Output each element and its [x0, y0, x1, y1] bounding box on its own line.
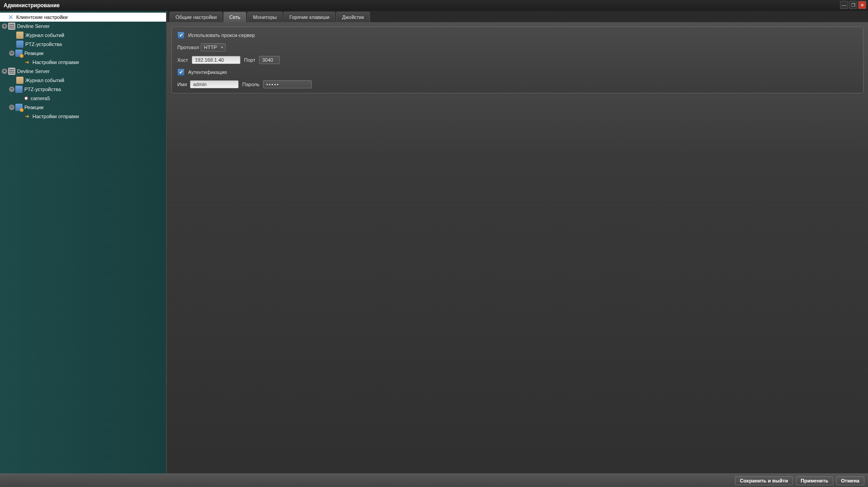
content-area: Общие настройки Сеть Мониторы Горячие кл… — [167, 11, 868, 473]
host-label: Хост — [177, 57, 188, 63]
tree-reactions-2[interactable]: − Реакции — [0, 103, 166, 112]
use-proxy-checkbox[interactable] — [177, 32, 185, 39]
tree-label: Клиентские настройки — [16, 14, 68, 20]
ptz-icon — [16, 41, 23, 48]
use-proxy-row: Использовать прокси-сервер — [177, 32, 858, 39]
save-exit-button[interactable]: Сохранить и выйти — [735, 476, 793, 485]
tree-journal-1[interactable]: Журнал событий — [0, 31, 166, 40]
tab-joystick[interactable]: Джойстик — [336, 12, 370, 22]
sidebar-tree: Клиентские настройки + Devline Server Жу… — [0, 11, 167, 473]
main-area: Клиентские настройки + Devline Server Жу… — [0, 11, 868, 473]
apply-button[interactable]: Применить — [796, 476, 833, 485]
tab-hotkeys[interactable]: Горячие клавиши — [283, 12, 335, 22]
cancel-button[interactable]: Отмена — [836, 476, 864, 485]
name-input[interactable] — [190, 80, 239, 88]
tab-monitors[interactable]: Мониторы — [247, 12, 283, 22]
tree-journal-2[interactable]: Журнал событий — [0, 76, 166, 85]
auth-label: Аутентификация — [188, 69, 227, 75]
reaction-icon — [15, 50, 23, 57]
collapse-icon[interactable]: − — [9, 51, 14, 56]
tree-sendset-2[interactable]: Настройки отправки — [0, 112, 166, 121]
window-controls: — ❐ ✕ — [840, 1, 866, 9]
auth-row: Аутентификация — [177, 69, 858, 76]
tree-label: Настройки отправки — [32, 60, 79, 65]
titlebar: Администрирование — ❐ ✕ — [0, 0, 868, 11]
server-icon — [8, 23, 15, 30]
tree-camera5[interactable]: camera5 — [0, 94, 166, 103]
server-icon — [8, 68, 15, 75]
send-settings-icon — [23, 59, 31, 66]
tree-reactions-1[interactable]: − Реакции — [0, 49, 166, 58]
tree-label: Реакции — [24, 51, 44, 56]
tabs: Общие настройки Сеть Мониторы Горячие кл… — [167, 11, 868, 22]
tree-label: Devline Server — [17, 23, 50, 29]
send-settings-icon — [23, 113, 31, 120]
tab-network[interactable]: Сеть — [223, 12, 246, 22]
tree-ptz-1[interactable]: PTZ-устройства — [0, 40, 166, 49]
password-label: Пароль — [242, 82, 259, 87]
close-button[interactable]: ✕ — [858, 1, 866, 9]
tree-client-settings[interactable]: Клиентские настройки — [0, 13, 166, 22]
expand-icon[interactable]: + — [2, 23, 7, 29]
name-label: Имя — [177, 82, 186, 87]
maximize-button[interactable]: ❐ — [849, 1, 857, 9]
tree-ptz-2[interactable]: − PTZ-устройства — [0, 85, 166, 94]
auth-checkbox[interactable] — [177, 69, 185, 76]
journal-icon — [16, 32, 23, 39]
minimize-button[interactable]: — — [840, 1, 848, 9]
tree-label: camera5 — [31, 96, 50, 101]
tree-label: Devline Server — [17, 69, 50, 74]
protocol-label: Протокол — [177, 45, 197, 50]
reaction-icon — [15, 104, 23, 111]
tree-label: PTZ-устройства — [24, 87, 61, 92]
proxy-panel: Использовать прокси-сервер Протокол HTTP… — [171, 27, 863, 93]
credentials-row: Имя Пароль — [177, 80, 858, 88]
collapse-icon[interactable]: − — [9, 87, 14, 92]
tree-label: Реакции — [24, 105, 44, 110]
tree-server-1[interactable]: + Devline Server — [0, 22, 166, 31]
journal-icon — [16, 77, 23, 84]
tree-sendset-1[interactable]: Настройки отправки — [0, 58, 166, 67]
protocol-select[interactable]: HTTP — [201, 43, 226, 51]
tree-label: Настройки отправки — [32, 114, 79, 119]
port-input[interactable] — [259, 56, 280, 64]
settings-icon — [7, 14, 14, 21]
protocol-value: HTTP — [204, 45, 217, 50]
protocol-row: Протокол HTTP — [177, 43, 858, 51]
host-input[interactable] — [192, 56, 240, 64]
window-title: Администрирование — [2, 2, 60, 9]
collapse-icon[interactable]: − — [9, 105, 14, 110]
footer: Сохранить и выйти Применить Отмена — [0, 473, 868, 487]
host-row: Хост Порт — [177, 56, 858, 64]
password-input[interactable] — [263, 80, 312, 88]
tab-content: Использовать прокси-сервер Протокол HTTP… — [167, 22, 868, 473]
tree-label: Журнал событий — [25, 78, 64, 83]
port-label: Порт — [244, 57, 255, 63]
tree-label: Журнал событий — [25, 32, 64, 38]
camera-icon — [23, 96, 29, 101]
use-proxy-label: Использовать прокси-сервер — [188, 32, 255, 38]
tree-server-2[interactable]: + Devline Server — [0, 67, 166, 76]
tree-label: PTZ-устройства — [25, 41, 62, 47]
ptz-icon — [15, 86, 23, 93]
tab-general[interactable]: Общие настройки — [170, 12, 222, 22]
expand-icon[interactable]: + — [2, 69, 7, 74]
